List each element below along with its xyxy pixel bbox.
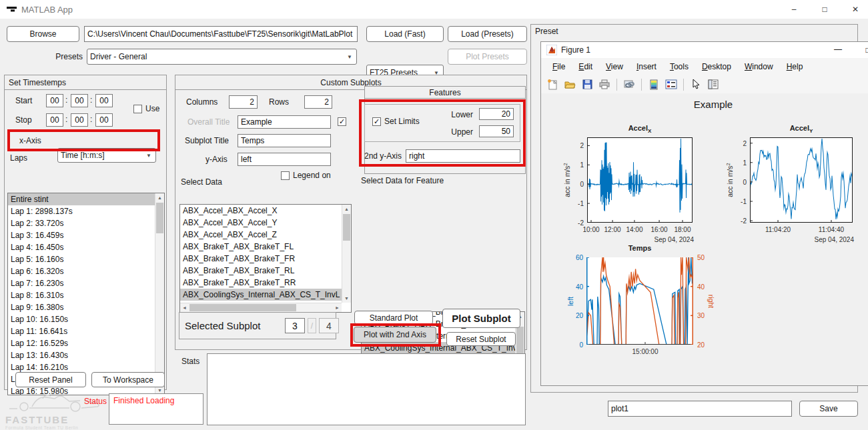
data-list-vscrollbar[interactable]: ▲ ▼	[342, 205, 351, 303]
use-checkbox[interactable]	[133, 105, 142, 113]
lap-list-item[interactable]: Lap 5: 16.160s	[8, 253, 155, 265]
close-icon[interactable]: ✕	[841, 0, 868, 19]
rows-field[interactable]	[304, 95, 332, 109]
data-list-item[interactable]: ABX_BrakeT_ABX_BrakeT_FR	[180, 253, 342, 265]
data-list-item[interactable]: ABX_BrakeT_ABX_BrakeT_FL	[180, 241, 342, 253]
lap-list-item[interactable]: Lap 10: 16.150s	[8, 313, 155, 325]
start-minutes-field[interactable]	[71, 94, 88, 107]
yaxis-plot-label: acc in m/s2	[725, 163, 734, 197]
stop-hours-field[interactable]	[46, 113, 63, 127]
yaxis-field[interactable]	[238, 153, 331, 166]
lap-list-item[interactable]: Lap 8: 16.310s	[8, 289, 155, 301]
start-hours-field[interactable]	[46, 94, 63, 107]
save-icon[interactable]	[580, 77, 594, 92]
filename-input[interactable]	[608, 401, 792, 417]
insert-legend-icon[interactable]	[664, 77, 679, 92]
scroll-up-icon[interactable]: ▲	[342, 205, 351, 213]
overall-title-field[interactable]	[238, 115, 331, 129]
data-list-hscrollbar[interactable]: ◄ ►	[180, 303, 342, 312]
overall-title-checkbox[interactable]: ✓	[338, 117, 346, 126]
subplot-total-field: 4	[319, 318, 339, 333]
open-file-icon[interactable]	[562, 77, 577, 92]
presets-label: Presets	[27, 49, 83, 65]
to-workspace-button[interactable]: To Workspace	[91, 372, 165, 387]
path-input[interactable]	[84, 26, 358, 42]
cursor-arrow-icon[interactable]	[689, 77, 703, 92]
stop-seconds-field[interactable]	[95, 113, 113, 127]
scroll-down-icon[interactable]: ▼	[342, 294, 351, 303]
preset-select[interactable]: Driver - General ▼	[87, 49, 357, 65]
scroll-up-icon[interactable]: ▲	[155, 193, 164, 202]
figure-minimize-icon[interactable]: —	[825, 42, 851, 58]
data-list-item[interactable]: ABX_BrakeT_ABX_BrakeT_RL	[180, 265, 342, 277]
upper-field[interactable]	[479, 125, 514, 137]
data-list-item[interactable]: ABX_Accel_ABX_Accel_Z	[180, 229, 342, 241]
selected-subplot-current-field[interactable]	[285, 318, 305, 333]
lap-list-item[interactable]: Lap 4: 16.450s	[8, 241, 155, 253]
selected-subplot-label: Selected Subplot	[185, 313, 260, 339]
data-list-item[interactable]: ABX_Accel_ABX_Accel_Y	[180, 217, 342, 229]
lap-list-item[interactable]: Lap 12: 16.529s	[8, 337, 155, 349]
lap-list-item[interactable]: Lap 9: 16.380s	[8, 301, 155, 313]
figure-menu-view[interactable]: View	[600, 58, 629, 75]
data-list-item[interactable]: ABX_Accel_ABX_Accel_X	[180, 205, 342, 217]
start-seconds-field[interactable]	[95, 94, 113, 107]
scroll-right-icon[interactable]: ►	[333, 303, 342, 312]
figure-menu-file[interactable]: File	[546, 58, 571, 75]
save-button[interactable]: Save	[799, 401, 858, 417]
load-presets-button[interactable]: Load (Presets)	[448, 26, 527, 42]
reset-panel-button[interactable]: Reset Panel	[15, 372, 86, 387]
minimize-icon[interactable]: –	[779, 0, 809, 19]
scroll-left-icon[interactable]: ◄	[180, 303, 189, 312]
figure-maximize-icon[interactable]: □	[855, 42, 868, 58]
property-inspector-icon[interactable]	[706, 77, 721, 92]
lap-list-item[interactable]: Lap 2: 33.720s	[8, 217, 155, 229]
columns-field[interactable]	[229, 95, 258, 109]
set-limits-label: Set Limits	[384, 116, 420, 127]
figure-window: Figure 1 — □ FileEditViewInsertToolsDesk…	[540, 41, 868, 386]
xtick-label: 11:04:40	[819, 226, 844, 233]
lower-field[interactable]	[479, 108, 514, 120]
lap-list-item[interactable]: Lap 1: 2898.137s	[8, 205, 155, 217]
figure-menu-insert[interactable]: Insert	[630, 58, 663, 75]
xtick-label: 16:00	[651, 226, 668, 233]
link-plot-icon[interactable]	[622, 77, 636, 92]
standard-plot-button[interactable]: Standard Plot	[354, 311, 433, 325]
data-list-item[interactable]: ABX_BrakeT_ABX_BrakeT_RR	[180, 277, 342, 289]
laps-scrollbar[interactable]: ▲ ▼	[155, 193, 164, 395]
data-list-item[interactable]: ABX_CoolingSys_Internal_ABX_CS_T_InvL	[180, 289, 342, 301]
figure-menu-tools[interactable]: Tools	[664, 58, 695, 75]
plot-presets-button[interactable]: Plot Presets	[448, 49, 527, 65]
x-axis-date-label: Sep 04, 2024	[815, 236, 855, 243]
stop-minutes-field[interactable]	[71, 113, 88, 127]
browse-button[interactable]: Browse	[7, 26, 79, 42]
subplot-separator: /	[308, 318, 316, 333]
figure-menu-edit[interactable]: Edit	[572, 58, 598, 75]
lap-list-item[interactable]: Lap 7: 16.230s	[8, 277, 155, 289]
second-yaxis-field[interactable]	[406, 149, 520, 163]
insert-colorbar-icon[interactable]	[646, 77, 661, 92]
lap-list-item[interactable]: Lap 3: 16.459s	[8, 229, 155, 241]
xaxis-select[interactable]: Time [h:m:s] ▼	[57, 148, 156, 163]
legend-on-checkbox[interactable]	[281, 171, 290, 180]
lap-list-item[interactable]: Lap 6: 16.320s	[8, 265, 155, 277]
subplot-title-field[interactable]	[238, 134, 331, 147]
yaxis-left-plot-label: left	[566, 296, 574, 305]
figure-menubar: FileEditViewInsertToolsDesktopWindowHelp	[541, 58, 868, 76]
load-fast-button[interactable]: Load (Fast)	[366, 26, 444, 42]
ytick-label: 40	[697, 283, 705, 290]
figure-menu-help[interactable]: Help	[781, 58, 809, 75]
lap-list-item[interactable]: Entire stint	[8, 193, 155, 205]
set-limits-checkbox[interactable]: ✓	[372, 117, 381, 126]
reset-subplot-button[interactable]: Reset Subplot	[446, 332, 516, 346]
plot-accel_x: AccelX210-1-2acc in m/s210:0012:0014:001…	[587, 137, 693, 223]
figure-menu-desktop[interactable]: Desktop	[696, 58, 737, 75]
lap-list-item[interactable]: Lap 13: 16.430s	[8, 349, 155, 361]
print-icon[interactable]	[597, 77, 612, 92]
lap-list-item[interactable]: Lap 11: 16.641s	[8, 325, 155, 337]
new-figure-icon[interactable]	[545, 77, 560, 92]
plot-subplot-button[interactable]: Plot Subplot	[442, 309, 520, 328]
figure-menu-window[interactable]: Window	[739, 58, 779, 75]
plot-with-2nd-axis-button[interactable]: Plot with 2nd Axis	[354, 327, 436, 343]
maximize-icon[interactable]: □	[810, 0, 839, 19]
